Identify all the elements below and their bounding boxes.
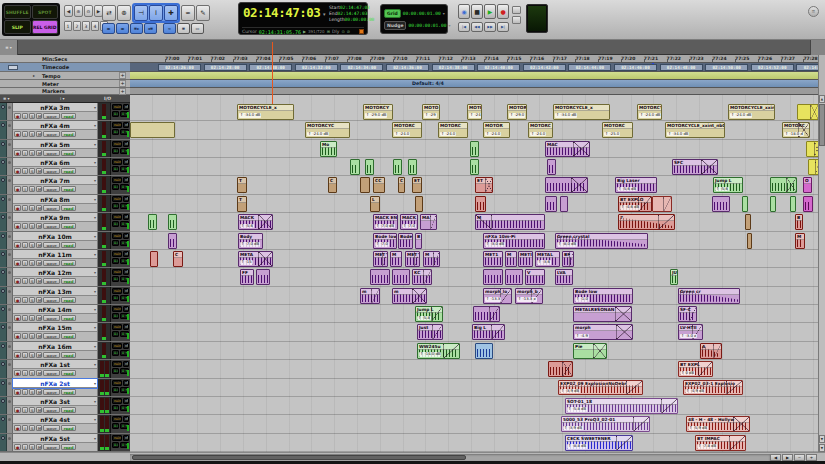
track-mute-button[interactable]: M <box>36 150 42 156</box>
volume-readout[interactable]: 0.0 <box>112 111 119 117</box>
audio-clip[interactable]: MET1 <box>483 251 503 267</box>
track-view-selector[interactable]: wave <box>43 131 60 137</box>
volume-readout[interactable]: 0.0 <box>112 240 119 246</box>
io-output-button[interactable]: nFxA <box>123 269 129 275</box>
audio-clip[interactable]: CC <box>373 177 385 193</box>
zoom-arrow-icon[interactable]: ⊖ <box>84 5 93 17</box>
link-toggle-button[interactable]: ≡ <box>177 23 190 34</box>
track-mute-button[interactable]: M <box>36 223 42 229</box>
audio-clip[interactable]: morph_b↑ -13.3 x <box>515 288 543 304</box>
track-view-selector[interactable]: wave <box>43 150 60 156</box>
track-input-button[interactable]: I <box>22 242 28 248</box>
track-lane[interactable] <box>130 213 818 231</box>
audio-clip[interactable]: C <box>173 251 183 267</box>
nudge-caret-icon[interactable]: ▾ <box>448 23 450 28</box>
audio-clip[interactable]: MOTORC↑ -25.0 <box>602 122 633 138</box>
record-ready-cell[interactable] <box>0 379 7 396</box>
track-solo-button[interactable]: S <box>29 407 35 413</box>
io-input-button[interactable]: noinput <box>112 324 122 330</box>
track-name-caret-icon[interactable]: ▾ <box>94 379 96 388</box>
track-mute-button[interactable]: M <box>36 113 42 119</box>
track-name-caret-icon[interactable]: ▾ <box>94 121 96 130</box>
horizontal-scrollbar[interactable] <box>130 454 770 461</box>
track-solo-button[interactable]: S <box>29 389 35 395</box>
record-ready-cell[interactable] <box>0 140 7 157</box>
audio-clip[interactable]: KC <box>412 269 432 285</box>
audio-clip[interactable] <box>168 214 177 230</box>
track-mute-button[interactable]: M <box>36 352 42 358</box>
automation-mode-button[interactable]: read <box>61 370 76 376</box>
volume-readout[interactable]: 0.0 <box>112 313 119 319</box>
audio-clip[interactable]: M <box>475 214 545 230</box>
zoom-preset-button[interactable]: 4 <box>91 21 99 31</box>
io-input-button[interactable]: noinput <box>112 398 122 404</box>
ruler-content[interactable]: 77:0077:0177:0277:0377:0477:0577:0677:07… <box>130 55 818 95</box>
track-input-button[interactable]: I <box>22 370 28 376</box>
toolbar-menu-icon[interactable]: ≡ <box>808 6 819 17</box>
minsecs-ruler[interactable]: 77:0077:0177:0277:0377:0477:0577:0677:07… <box>130 55 818 63</box>
record-ready-cell[interactable] <box>0 250 7 267</box>
track-name-button[interactable]: nFXa 8m▾ <box>13 195 97 204</box>
track-record-button[interactable]: ● <box>14 150 21 156</box>
record-ready-cell[interactable] <box>0 434 7 451</box>
record-ready-cell[interactable] <box>0 195 7 212</box>
grabber-tool-icon[interactable]: ✚ <box>164 5 178 21</box>
grid-value[interactable]: 00:00:00:01.00 <box>403 11 441 16</box>
audio-clip[interactable] <box>547 159 556 175</box>
io-output-button[interactable]: nFxA <box>123 159 129 165</box>
track-input-button[interactable]: I <box>22 407 28 413</box>
mode-button-spot[interactable]: SPOT <box>32 5 59 19</box>
record-ready-cell[interactable] <box>0 287 7 304</box>
audio-clip[interactable]: Big L <box>472 324 505 340</box>
io-input-button[interactable]: noinput <box>112 435 122 441</box>
volume-readout[interactable]: 0.0 <box>112 258 119 264</box>
canvas-zoom-button[interactable]: + <box>806 454 817 461</box>
audio-clip[interactable]: MACK↑ -7.0 <box>400 214 418 230</box>
audio-clip[interactable]: O <box>803 177 812 193</box>
audio-clip[interactable]: ET <box>412 177 422 193</box>
audio-clip[interactable] <box>392 269 410 285</box>
track-name-caret-icon[interactable]: ▾ <box>94 305 96 314</box>
track-record-button[interactable]: ● <box>14 444 21 450</box>
audio-clip[interactable] <box>150 251 158 267</box>
audio-clip[interactable]: morph_lo↑ -13.3 <box>483 288 512 304</box>
track-mute-button[interactable]: M <box>36 168 42 174</box>
volume-readout[interactable]: 0.0 <box>112 368 119 374</box>
track-input-button[interactable]: I <box>22 315 28 321</box>
audio-clip[interactable]: Green cr <box>678 288 740 304</box>
counter-caret-icon[interactable]: ▾ <box>323 11 326 17</box>
transport-nav-button[interactable]: ▶▶ <box>484 22 496 32</box>
volume-readout[interactable]: 0.0 <box>112 295 119 301</box>
track-record-button[interactable]: ● <box>14 186 21 192</box>
io-input-button[interactable]: noinput <box>112 196 122 202</box>
io-input-button[interactable]: noinput <box>112 141 122 147</box>
audio-clip[interactable]: MOTO↑ -24 <box>467 104 482 120</box>
track-name-caret-icon[interactable]: ▾ <box>94 103 96 112</box>
track-name-button[interactable]: nFXa 9m▾ <box>13 213 97 222</box>
track-mute-button[interactable]: M <box>36 389 42 395</box>
tempo-ruler[interactable] <box>130 72 818 80</box>
playhead-line[interactable] <box>272 42 273 104</box>
track-view-selector[interactable]: wave <box>43 297 60 303</box>
track-view-selector[interactable]: wave <box>43 113 60 119</box>
volume-readout[interactable]: 0.0 <box>112 221 119 227</box>
add-event-button[interactable]: + <box>119 80 126 87</box>
io-input-button[interactable]: noinput <box>112 380 122 386</box>
audio-clip[interactable]: SFC <box>672 159 718 175</box>
track-record-button[interactable]: ● <box>14 425 21 431</box>
audio-clip[interactable]: M <box>390 251 402 267</box>
track-record-button[interactable]: ● <box>14 205 21 211</box>
ruler-row-timecode[interactable]: Timecode <box>0 63 130 72</box>
audio-clip[interactable]: m <box>392 288 427 304</box>
io-input-button[interactable]: noinput <box>112 416 122 422</box>
audio-clip[interactable] <box>806 141 818 157</box>
audio-clip[interactable] <box>473 306 500 322</box>
track-input-button[interactable]: I <box>22 131 28 137</box>
volume-readout[interactable]: 0.0 <box>112 350 119 356</box>
track-mute-button[interactable]: M <box>36 370 42 376</box>
track-view-selector[interactable]: wave <box>43 352 60 358</box>
track-record-button[interactable]: ● <box>14 113 21 119</box>
track-mute-button[interactable]: M <box>36 205 42 211</box>
audio-clip[interactable]: MOTORCYCLE_x↑ -34.0 dB <box>237 104 294 120</box>
horizontal-scroll-thumb[interactable] <box>132 455 466 460</box>
